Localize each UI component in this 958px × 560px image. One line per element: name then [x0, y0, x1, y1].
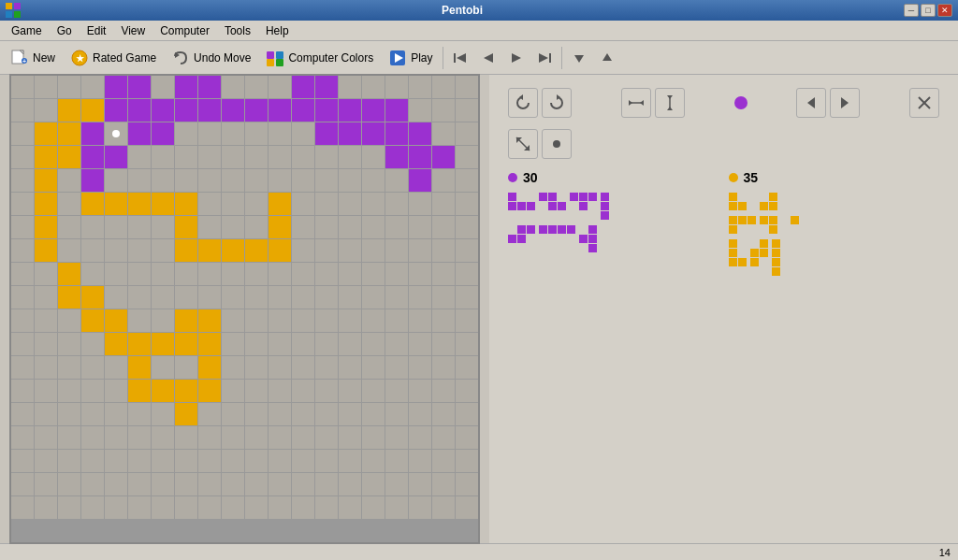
last-move-button[interactable] [531, 45, 558, 71]
cell-0-0[interactable] [11, 76, 34, 98]
cell-7-14[interactable] [339, 239, 361, 262]
cell-3-5[interactable] [128, 146, 151, 168]
cell-5-12[interactable] [292, 193, 314, 215]
cell-6-18[interactable] [432, 216, 455, 238]
cell-7-2[interactable] [58, 239, 80, 262]
cell-4-1[interactable] [35, 169, 57, 192]
flip-h-button[interactable] [621, 88, 651, 118]
cell-6-16[interactable] [385, 216, 408, 238]
cell-5-6[interactable] [152, 193, 174, 215]
cell-4-12[interactable] [292, 169, 314, 192]
cell-3-8[interactable] [198, 146, 221, 168]
undo-button[interactable]: Undo Move [165, 45, 257, 71]
new-button[interactable]: + New [4, 45, 62, 71]
cell-7-9[interactable] [222, 239, 244, 262]
cell-2-13[interactable] [315, 122, 338, 145]
purple-piece-4[interactable] [601, 193, 609, 220]
cell-8-14[interactable] [339, 263, 361, 285]
arrow-right-button[interactable] [830, 88, 860, 118]
cell-0-9[interactable] [222, 76, 244, 98]
cell-4-14[interactable] [339, 169, 361, 192]
cell-4-8[interactable] [198, 169, 221, 192]
cell-4-13[interactable] [315, 169, 338, 192]
cell-0-10[interactable] [245, 76, 268, 98]
cell-3-1[interactable] [35, 146, 57, 168]
cell-8-4[interactable] [105, 263, 127, 285]
cell-7-0[interactable] [11, 239, 34, 262]
cell-8-7[interactable] [175, 263, 197, 285]
cell-5-13[interactable] [315, 193, 338, 215]
cell-1-8[interactable] [198, 99, 221, 122]
cell-8-16[interactable] [385, 263, 408, 285]
yellow-piece-3[interactable] [729, 216, 756, 234]
cell-1-12[interactable] [292, 99, 314, 122]
cell-8-5[interactable] [128, 263, 151, 285]
cell-2-8[interactable] [198, 122, 221, 145]
cell-8-1[interactable] [35, 263, 57, 285]
cell-4-3[interactable] [81, 169, 104, 192]
cell-4-5[interactable] [128, 169, 151, 192]
cell-5-18[interactable] [432, 193, 455, 215]
cell-7-18[interactable] [432, 239, 455, 262]
cell-7-19[interactable] [456, 239, 478, 262]
cell-3-19[interactable] [456, 146, 478, 168]
cell-0-2[interactable] [58, 76, 80, 98]
cell-5-8[interactable] [198, 193, 221, 215]
cell-2-17[interactable] [409, 122, 431, 145]
cell-1-15[interactable] [362, 99, 385, 122]
cell-5-0[interactable] [11, 193, 34, 215]
cell-6-9[interactable] [222, 216, 244, 238]
cell-1-11[interactable] [269, 99, 291, 122]
cell-2-12[interactable] [292, 122, 314, 145]
cell-5-9[interactable] [222, 193, 244, 215]
cell-3-18[interactable] [432, 146, 455, 168]
cell-0-4[interactable] [105, 76, 127, 98]
cell-5-15[interactable] [362, 193, 385, 215]
cell-6-0[interactable] [11, 216, 34, 238]
cell-8-12[interactable] [292, 263, 314, 285]
cell-3-11[interactable] [269, 146, 291, 168]
cell-4-17[interactable] [409, 169, 431, 192]
cell-6-10[interactable] [245, 216, 268, 238]
cell-2-11[interactable] [269, 122, 291, 145]
cell-6-8[interactable] [198, 216, 221, 238]
cell-5-16[interactable] [385, 193, 408, 215]
cell-7-3[interactable] [81, 239, 104, 262]
cell-4-2[interactable] [58, 169, 80, 192]
flip-diag-button[interactable] [508, 129, 538, 159]
cell-6-6[interactable] [152, 216, 174, 238]
cell-7-1[interactable] [35, 239, 57, 262]
cell-8-8[interactable] [198, 263, 221, 285]
cell-4-15[interactable] [362, 169, 385, 192]
cell-6-19[interactable] [456, 216, 478, 238]
cell-0-15[interactable] [362, 76, 385, 98]
play-button[interactable]: Play [382, 45, 439, 71]
cell-5-2[interactable] [58, 193, 80, 215]
cell-8-9[interactable] [222, 263, 244, 285]
rated-game-button[interactable]: ★ Rated Game [64, 45, 163, 71]
cell-6-5[interactable] [128, 216, 151, 238]
cell-3-17[interactable] [409, 146, 431, 168]
purple-piece-2[interactable] [539, 193, 566, 220]
cell-3-2[interactable] [58, 146, 80, 168]
cell-7-7[interactable] [175, 239, 197, 262]
cell-1-1[interactable] [35, 99, 57, 122]
cell-3-16[interactable] [385, 146, 408, 168]
cell-1-16[interactable] [385, 99, 408, 122]
cell-8-0[interactable] [11, 263, 34, 285]
cell-3-7[interactable] [175, 146, 197, 168]
cell-6-2[interactable] [58, 216, 80, 238]
clear-button[interactable] [909, 88, 939, 118]
cell-5-3[interactable] [81, 193, 104, 215]
cell-7-15[interactable] [362, 239, 385, 262]
cell-4-16[interactable] [385, 169, 408, 192]
cell-0-6[interactable] [152, 76, 174, 98]
cell-4-18[interactable] [432, 169, 455, 192]
menu-edit[interactable]: Edit [80, 22, 114, 39]
cell-1-7[interactable] [175, 99, 197, 122]
cell-1-4[interactable] [105, 99, 127, 122]
rotate-right-button[interactable] [542, 88, 572, 118]
yellow-piece-6[interactable] [729, 239, 747, 276]
cell-5-5[interactable] [128, 193, 151, 215]
cell-3-6[interactable] [152, 146, 174, 168]
